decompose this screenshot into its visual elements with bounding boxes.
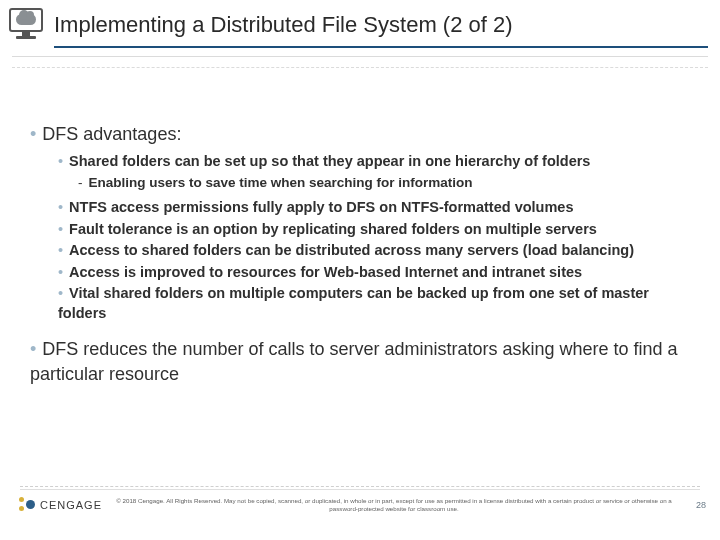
bullet-text: NTFS access permissions fully apply to D…: [69, 199, 573, 215]
bullet-level1: •DFS reduces the number of calls to serv…: [30, 337, 690, 386]
slide-body: •DFS advantages: •Shared folders can be …: [0, 68, 720, 386]
dashed-divider: [12, 67, 708, 68]
slide-footer: CENGAGE © 2018 Cengage. All Rights Reser…: [0, 486, 720, 540]
cengage-logo: CENGAGE: [18, 496, 102, 514]
cloud-monitor-icon: [6, 6, 46, 44]
bullet-level2: •Access is improved to resources for Web…: [58, 263, 690, 283]
section-heading: DFS advantages:: [42, 124, 181, 144]
bullet-level2: •Access to shared folders can be distrib…: [58, 241, 690, 261]
footer-dashed-line: [20, 486, 700, 487]
bullet-level3: -Enabling users to save time when search…: [78, 174, 690, 192]
section-heading: DFS reduces the number of calls to serve…: [30, 339, 678, 383]
divider-line: [12, 56, 708, 57]
page-number: 28: [686, 500, 706, 510]
bullet-level2: •Vital shared folders on multiple comput…: [58, 284, 690, 323]
bullet-text: Shared folders can be set up so that the…: [69, 153, 590, 169]
footer-solid-line: [20, 489, 700, 490]
copyright-text: © 2018 Cengage. All Rights Reserved. May…: [102, 497, 686, 513]
slide-header: Implementing a Distributed File System (…: [0, 0, 720, 44]
bullet-text: Access is improved to resources for Web-…: [69, 264, 582, 280]
slide-title: Implementing a Distributed File System (…: [46, 6, 513, 38]
bullet-text: Fault tolerance is an option by replicat…: [69, 221, 597, 237]
bullet-text: Access to shared folders can be distribu…: [69, 242, 634, 258]
logo-mark-icon: [18, 496, 36, 514]
bullet-text: Vital shared folders on multiple compute…: [58, 285, 649, 321]
bullet-text: Enabling users to save time when searchi…: [89, 175, 473, 190]
bullet-level2: •Shared folders can be set up so that th…: [58, 152, 690, 172]
bullet-level1: •DFS advantages:: [30, 122, 690, 146]
bullet-level2: •NTFS access permissions fully apply to …: [58, 198, 690, 218]
bullet-level2: •Fault tolerance is an option by replica…: [58, 220, 690, 240]
title-underline: [54, 46, 708, 48]
logo-text: CENGAGE: [40, 499, 102, 511]
